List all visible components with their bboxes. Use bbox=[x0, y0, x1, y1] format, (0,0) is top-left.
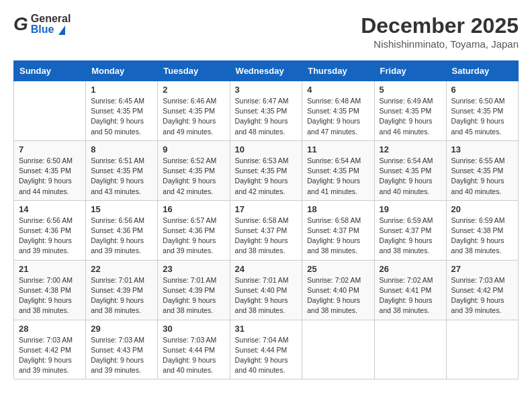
day-number: 27 bbox=[451, 264, 513, 274]
day-number: 14 bbox=[19, 204, 81, 214]
cell-info: Sunrise: 7:03 AM Sunset: 4:43 PM Dayligh… bbox=[91, 335, 152, 376]
calendar-cell: 25Sunrise: 7:02 AM Sunset: 4:40 PM Dayli… bbox=[302, 260, 374, 320]
location-text: Nishishinminato, Toyama, Japan bbox=[361, 38, 519, 50]
day-number: 23 bbox=[163, 264, 224, 274]
calendar-week-row: 1Sunrise: 6:45 AM Sunset: 4:35 PM Daylig… bbox=[14, 81, 519, 141]
day-number: 31 bbox=[235, 324, 298, 334]
day-number: 19 bbox=[380, 204, 441, 214]
calendar-weekday-friday: Friday bbox=[374, 61, 446, 81]
title-block: December 2025 Nishishinminato, Toyama, J… bbox=[361, 13, 519, 50]
calendar-cell bbox=[374, 320, 446, 379]
cell-info: Sunrise: 7:03 AM Sunset: 4:44 PM Dayligh… bbox=[163, 335, 224, 376]
cell-info: Sunrise: 6:56 AM Sunset: 4:36 PM Dayligh… bbox=[91, 216, 152, 257]
calendar-cell: 9Sunrise: 6:52 AM Sunset: 4:35 PM Daylig… bbox=[158, 140, 230, 200]
day-number: 1 bbox=[91, 85, 152, 95]
day-number: 18 bbox=[307, 204, 369, 214]
calendar-weekday-saturday: Saturday bbox=[446, 61, 518, 81]
calendar-cell: 19Sunrise: 6:59 AM Sunset: 4:37 PM Dayli… bbox=[374, 200, 446, 260]
logo: G General Blue bbox=[13, 13, 71, 35]
calendar-weekday-sunday: Sunday bbox=[14, 61, 86, 81]
cell-info: Sunrise: 7:00 AM Sunset: 4:38 PM Dayligh… bbox=[19, 275, 81, 316]
calendar-cell: 14Sunrise: 6:56 AM Sunset: 4:36 PM Dayli… bbox=[14, 200, 86, 260]
cell-info: Sunrise: 7:03 AM Sunset: 4:42 PM Dayligh… bbox=[19, 335, 81, 376]
calendar-cell: 8Sunrise: 6:51 AM Sunset: 4:35 PM Daylig… bbox=[86, 140, 158, 200]
cell-info: Sunrise: 6:54 AM Sunset: 4:35 PM Dayligh… bbox=[380, 156, 441, 197]
cell-info: Sunrise: 6:50 AM Sunset: 4:35 PM Dayligh… bbox=[19, 156, 81, 197]
calendar-cell: 18Sunrise: 6:58 AM Sunset: 4:37 PM Dayli… bbox=[302, 200, 374, 260]
cell-info: Sunrise: 7:02 AM Sunset: 4:41 PM Dayligh… bbox=[380, 275, 441, 316]
cell-info: Sunrise: 7:01 AM Sunset: 4:39 PM Dayligh… bbox=[163, 275, 224, 316]
day-number: 7 bbox=[19, 144, 81, 154]
logo-triangle-icon bbox=[58, 26, 65, 35]
cell-info: Sunrise: 7:04 AM Sunset: 4:44 PM Dayligh… bbox=[235, 335, 298, 376]
calendar-week-row: 7Sunrise: 6:50 AM Sunset: 4:35 PM Daylig… bbox=[14, 140, 519, 200]
cell-info: Sunrise: 6:52 AM Sunset: 4:35 PM Dayligh… bbox=[163, 156, 224, 197]
day-number: 4 bbox=[307, 85, 369, 95]
day-number: 29 bbox=[91, 324, 152, 334]
calendar-cell: 17Sunrise: 6:58 AM Sunset: 4:37 PM Dayli… bbox=[230, 200, 302, 260]
calendar-cell: 3Sunrise: 6:47 AM Sunset: 4:35 PM Daylig… bbox=[230, 81, 302, 141]
day-number: 8 bbox=[91, 144, 152, 154]
calendar-weekday-wednesday: Wednesday bbox=[230, 61, 302, 81]
cell-info: Sunrise: 6:53 AM Sunset: 4:35 PM Dayligh… bbox=[235, 156, 298, 197]
cell-info: Sunrise: 6:45 AM Sunset: 4:35 PM Dayligh… bbox=[91, 96, 152, 137]
day-number: 3 bbox=[235, 85, 298, 95]
cell-info: Sunrise: 7:03 AM Sunset: 4:42 PM Dayligh… bbox=[451, 275, 513, 316]
cell-info: Sunrise: 6:50 AM Sunset: 4:35 PM Dayligh… bbox=[451, 96, 513, 137]
cell-info: Sunrise: 6:56 AM Sunset: 4:36 PM Dayligh… bbox=[19, 216, 81, 257]
calendar-cell: 21Sunrise: 7:00 AM Sunset: 4:38 PM Dayli… bbox=[14, 260, 86, 320]
calendar-cell: 30Sunrise: 7:03 AM Sunset: 4:44 PM Dayli… bbox=[158, 320, 230, 379]
calendar-cell: 15Sunrise: 6:56 AM Sunset: 4:36 PM Dayli… bbox=[86, 200, 158, 260]
cell-info: Sunrise: 6:59 AM Sunset: 4:37 PM Dayligh… bbox=[380, 216, 441, 257]
calendar-cell: 23Sunrise: 7:01 AM Sunset: 4:39 PM Dayli… bbox=[158, 260, 230, 320]
calendar-weekday-tuesday: Tuesday bbox=[158, 61, 230, 81]
day-number: 25 bbox=[307, 264, 369, 274]
day-number: 5 bbox=[380, 85, 441, 95]
cell-info: Sunrise: 6:51 AM Sunset: 4:35 PM Dayligh… bbox=[91, 156, 152, 197]
calendar-cell: 29Sunrise: 7:03 AM Sunset: 4:43 PM Dayli… bbox=[86, 320, 158, 379]
calendar-cell: 24Sunrise: 7:01 AM Sunset: 4:40 PM Dayli… bbox=[230, 260, 302, 320]
calendar-weekday-monday: Monday bbox=[86, 61, 158, 81]
cell-info: Sunrise: 6:46 AM Sunset: 4:35 PM Dayligh… bbox=[163, 96, 224, 137]
calendar-cell: 12Sunrise: 6:54 AM Sunset: 4:35 PM Dayli… bbox=[374, 140, 446, 200]
cell-info: Sunrise: 6:47 AM Sunset: 4:35 PM Dayligh… bbox=[235, 96, 298, 137]
cell-info: Sunrise: 7:01 AM Sunset: 4:39 PM Dayligh… bbox=[91, 275, 152, 316]
calendar-week-row: 28Sunrise: 7:03 AM Sunset: 4:42 PM Dayli… bbox=[14, 320, 519, 379]
day-number: 22 bbox=[91, 264, 152, 274]
day-number: 9 bbox=[163, 144, 224, 154]
day-number: 15 bbox=[91, 204, 152, 214]
calendar-cell: 16Sunrise: 6:57 AM Sunset: 4:36 PM Dayli… bbox=[158, 200, 230, 260]
day-number: 6 bbox=[451, 85, 513, 95]
calendar-cell bbox=[14, 81, 86, 141]
calendar-cell: 13Sunrise: 6:55 AM Sunset: 4:35 PM Dayli… bbox=[446, 140, 518, 200]
calendar-table: SundayMondayTuesdayWednesdayThursdayFrid… bbox=[13, 60, 519, 379]
day-number: 2 bbox=[163, 85, 224, 95]
calendar-cell: 11Sunrise: 6:54 AM Sunset: 4:35 PM Dayli… bbox=[302, 140, 374, 200]
calendar-cell: 1Sunrise: 6:45 AM Sunset: 4:35 PM Daylig… bbox=[86, 81, 158, 141]
day-number: 20 bbox=[451, 204, 513, 214]
cell-info: Sunrise: 6:54 AM Sunset: 4:35 PM Dayligh… bbox=[307, 156, 369, 197]
logo-blue-text: Blue bbox=[31, 24, 71, 35]
calendar-cell: 4Sunrise: 6:48 AM Sunset: 4:35 PM Daylig… bbox=[302, 81, 374, 141]
calendar-cell: 28Sunrise: 7:03 AM Sunset: 4:42 PM Dayli… bbox=[14, 320, 86, 379]
day-number: 16 bbox=[163, 204, 224, 214]
day-number: 21 bbox=[19, 264, 81, 274]
calendar-cell: 26Sunrise: 7:02 AM Sunset: 4:41 PM Dayli… bbox=[374, 260, 446, 320]
day-number: 24 bbox=[235, 264, 298, 274]
cell-info: Sunrise: 6:49 AM Sunset: 4:35 PM Dayligh… bbox=[380, 96, 441, 137]
calendar-cell: 10Sunrise: 6:53 AM Sunset: 4:35 PM Dayli… bbox=[230, 140, 302, 200]
cell-info: Sunrise: 7:02 AM Sunset: 4:40 PM Dayligh… bbox=[307, 275, 369, 316]
month-title: December 2025 bbox=[361, 13, 519, 38]
day-number: 11 bbox=[307, 144, 369, 154]
calendar-week-row: 21Sunrise: 7:00 AM Sunset: 4:38 PM Dayli… bbox=[14, 260, 519, 320]
calendar-weekday-thursday: Thursday bbox=[302, 61, 374, 81]
cell-info: Sunrise: 6:57 AM Sunset: 4:36 PM Dayligh… bbox=[163, 216, 224, 257]
day-number: 30 bbox=[163, 324, 224, 334]
calendar-cell: 5Sunrise: 6:49 AM Sunset: 4:35 PM Daylig… bbox=[374, 81, 446, 141]
cell-info: Sunrise: 6:58 AM Sunset: 4:37 PM Dayligh… bbox=[307, 216, 369, 257]
day-number: 13 bbox=[451, 144, 513, 154]
calendar-week-row: 14Sunrise: 6:56 AM Sunset: 4:36 PM Dayli… bbox=[14, 200, 519, 260]
calendar-cell: 31Sunrise: 7:04 AM Sunset: 4:44 PM Dayli… bbox=[230, 320, 302, 379]
cell-info: Sunrise: 6:59 AM Sunset: 4:38 PM Dayligh… bbox=[451, 216, 513, 257]
cell-info: Sunrise: 7:01 AM Sunset: 4:40 PM Dayligh… bbox=[235, 275, 298, 316]
